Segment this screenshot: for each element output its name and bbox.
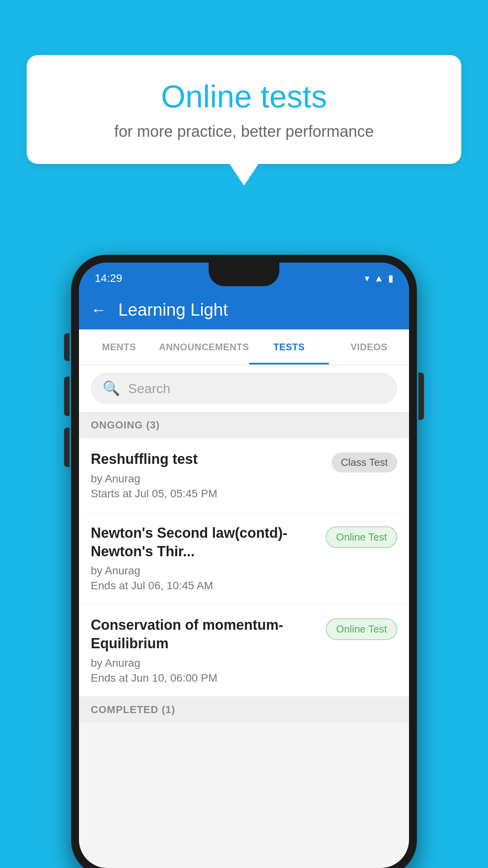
- test-info-3: Conservation of momentum-Equilibrium by …: [91, 616, 326, 684]
- test-time-label-3: Ends at: [91, 672, 128, 684]
- battery-icon: ▮: [388, 273, 393, 284]
- tab-videos[interactable]: VIDEOS: [329, 329, 409, 364]
- completed-section-label: COMPLETED (1): [91, 704, 175, 715]
- test-badge-1: Class Test: [332, 452, 397, 473]
- test-item-2[interactable]: Newton's Second law(contd)-Newton's Thir…: [79, 512, 409, 605]
- tab-tests[interactable]: TESTS: [249, 329, 329, 364]
- search-box[interactable]: 🔍 Search: [91, 373, 397, 404]
- test-name-3: Conservation of momentum-Equilibrium: [91, 616, 318, 653]
- signal-icon: ▲: [374, 273, 383, 284]
- test-time-2: Ends at Jul 06, 10:45 AM: [91, 579, 318, 592]
- tabs-bar: MENTS ANNOUNCEMENTS TESTS VIDEOS: [79, 329, 409, 365]
- tab-videos-label: VIDEOS: [350, 342, 387, 353]
- test-info-2: Newton's Second law(contd)-Newton's Thir…: [91, 524, 326, 592]
- status-time: 14:29: [95, 272, 122, 285]
- tab-announcements-label: ANNOUNCEMENTS: [159, 342, 249, 353]
- bubble-title: Online tests: [58, 79, 430, 115]
- test-name-1: Reshuffling test: [91, 450, 324, 469]
- phone-frame: 14:29 ▾ ▲ ▮ ← Learning Light MENTS ANNOU…: [71, 255, 417, 868]
- test-item-3[interactable]: Conservation of momentum-Equilibrium by …: [79, 604, 409, 697]
- test-name-2: Newton's Second law(contd)-Newton's Thir…: [91, 524, 318, 561]
- bubble-subtitle: for more practice, better performance: [58, 123, 430, 140]
- test-time-value-3: Jun 10, 06:00 PM: [131, 672, 217, 684]
- test-item-1[interactable]: Reshuffling test by Anurag Starts at Jul…: [79, 438, 409, 512]
- test-time-3: Ends at Jun 10, 06:00 PM: [91, 672, 318, 684]
- status-icons: ▾ ▲ ▮: [365, 273, 393, 284]
- ongoing-section-header: ONGOING (3): [79, 412, 409, 438]
- test-time-1: Starts at Jul 05, 05:45 PM: [91, 487, 324, 500]
- test-time-value-2: Jul 06, 10:45 AM: [131, 579, 213, 592]
- tab-ments-label: MENTS: [102, 342, 136, 353]
- speech-bubble: Online tests for more practice, better p…: [27, 55, 461, 164]
- phone-side-btn-right: [418, 373, 424, 420]
- completed-section-header: COMPLETED (1): [79, 697, 409, 723]
- phone-side-btn-left-1: [64, 333, 70, 361]
- tab-ments[interactable]: MENTS: [79, 329, 159, 364]
- test-info-1: Reshuffling test by Anurag Starts at Jul…: [91, 450, 332, 500]
- ongoing-section-label: ONGOING (3): [91, 419, 160, 431]
- phone-side-btn-left-2: [64, 377, 70, 416]
- search-icon: 🔍: [103, 380, 120, 397]
- test-time-label-1: Starts at: [91, 487, 132, 500]
- test-list: Reshuffling test by Anurag Starts at Jul…: [79, 438, 409, 697]
- phone-notch: [209, 263, 279, 286]
- phone-side-btn-left-3: [64, 428, 70, 467]
- tab-tests-label: TESTS: [273, 342, 305, 353]
- speech-bubble-area: Online tests for more practice, better p…: [27, 55, 461, 164]
- search-input[interactable]: Search: [128, 381, 171, 396]
- back-button[interactable]: ←: [91, 301, 106, 319]
- test-author-2: by Anurag: [91, 565, 318, 577]
- search-container: 🔍 Search: [79, 365, 409, 412]
- test-badge-2: Online Test: [326, 526, 397, 548]
- phone-screen: 14:29 ▾ ▲ ▮ ← Learning Light MENTS ANNOU…: [79, 263, 409, 868]
- wifi-icon: ▾: [365, 273, 369, 284]
- test-time-value-1: Jul 05, 05:45 PM: [135, 487, 217, 500]
- tab-announcements[interactable]: ANNOUNCEMENTS: [159, 329, 249, 364]
- test-time-label-2: Ends at: [91, 579, 128, 592]
- test-badge-3: Online Test: [326, 618, 397, 640]
- app-title: Learning Light: [118, 300, 228, 320]
- test-author-3: by Anurag: [91, 657, 318, 669]
- app-bar: ← Learning Light: [79, 290, 409, 329]
- test-author-1: by Anurag: [91, 473, 324, 485]
